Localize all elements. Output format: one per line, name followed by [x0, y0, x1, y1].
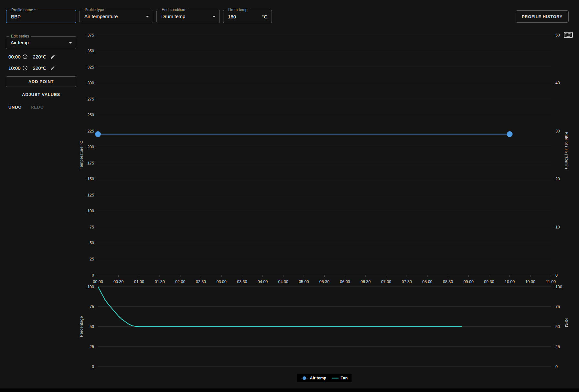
chevron-down-icon	[69, 42, 72, 44]
svg-text:75: 75	[90, 225, 94, 229]
svg-text:0: 0	[555, 273, 558, 278]
svg-text:225: 225	[87, 129, 94, 133]
clock-icon[interactable]	[22, 54, 28, 59]
svg-text:150: 150	[87, 177, 94, 181]
redo-button[interactable]: REDO	[31, 105, 44, 110]
keyboard-input-button[interactable]	[563, 31, 574, 39]
profile-chart[interactable]: 0255075100125150175200225250275300325350…	[0, 0, 579, 392]
sidebar: Edit series Air temp 00:00 220°C	[6, 36, 76, 110]
air-temp-point[interactable]	[95, 131, 101, 137]
legend-label: Air temp	[310, 376, 327, 380]
svg-text:25: 25	[90, 344, 94, 349]
svg-text:100: 100	[555, 285, 562, 289]
profile-type-label: Profile type	[83, 7, 106, 12]
svg-text:01:00: 01:00	[134, 280, 144, 284]
undo-redo-group: UNDO REDO	[6, 105, 76, 110]
edit-point-icon[interactable]	[50, 54, 55, 59]
keyboard-icon	[564, 31, 573, 38]
svg-text:0: 0	[92, 273, 94, 278]
svg-text:250: 250	[87, 113, 94, 117]
profile-name-label: Profile name *	[10, 8, 37, 12]
svg-text:04:30: 04:30	[278, 280, 288, 284]
edit-point-icon[interactable]	[50, 66, 55, 71]
svg-text:75: 75	[90, 304, 94, 309]
svg-text:04:00: 04:00	[258, 280, 268, 284]
legend-label: Fan	[340, 376, 348, 380]
svg-text:75: 75	[555, 304, 560, 309]
svg-text:06:30: 06:30	[360, 280, 370, 284]
drum-temp-field[interactable]: Drum temp °C	[223, 10, 272, 23]
edit-series-label: Edit series	[9, 34, 31, 38]
svg-text:08:30: 08:30	[443, 280, 453, 284]
svg-text:00:00: 00:00	[93, 280, 103, 284]
svg-text:125: 125	[87, 193, 94, 197]
svg-text:01:30: 01:30	[155, 280, 165, 284]
end-condition-select[interactable]: End condition Drum temp	[156, 10, 220, 23]
bottom-window-edge	[0, 388, 579, 392]
svg-text:11:00: 11:00	[546, 280, 556, 284]
svg-text:40: 40	[555, 81, 560, 85]
end-condition-label: End condition	[160, 7, 187, 12]
profile-type-value: Air temperature	[80, 10, 153, 23]
legend-item-fan[interactable]: Fan	[331, 376, 348, 380]
adjust-values-button[interactable]: ADJUST VALUES	[22, 90, 60, 99]
point-temp: 220°C	[33, 54, 47, 59]
svg-text:20: 20	[555, 177, 560, 181]
svg-text:10: 10	[555, 225, 560, 229]
chart-legend: Air temp Fan	[297, 374, 352, 382]
clock-icon[interactable]	[22, 65, 28, 71]
svg-text:03:30: 03:30	[237, 280, 247, 284]
svg-text:50: 50	[90, 324, 94, 329]
svg-text:RPM: RPM	[564, 318, 569, 327]
svg-text:09:00: 09:00	[464, 280, 474, 284]
svg-text:00:30: 00:30	[113, 280, 123, 284]
svg-text:300: 300	[87, 81, 94, 85]
profile-name-field[interactable]: Profile name *	[6, 10, 76, 23]
svg-text:07:00: 07:00	[381, 280, 391, 284]
svg-text:25: 25	[555, 344, 560, 349]
svg-text:Rate of rise (°C/min): Rate of rise (°C/min)	[564, 132, 569, 169]
svg-text:0: 0	[555, 365, 558, 369]
svg-text:02:30: 02:30	[196, 280, 206, 284]
add-point-button[interactable]: ADD POINT	[6, 76, 76, 87]
chevron-down-icon	[212, 16, 216, 17]
svg-text:10:30: 10:30	[525, 280, 535, 284]
point-time: 00:00	[8, 54, 21, 59]
svg-text:03:00: 03:00	[216, 280, 226, 284]
svg-text:350: 350	[87, 49, 94, 53]
svg-text:09:30: 09:30	[484, 280, 494, 284]
svg-text:07:30: 07:30	[402, 280, 412, 284]
point-time: 10:00	[8, 65, 21, 71]
svg-text:200: 200	[87, 145, 94, 149]
svg-text:100: 100	[87, 209, 94, 213]
top-bar: Profile name * Profile type Air temperat…	[0, 0, 579, 28]
fan-marker-icon	[331, 376, 338, 380]
svg-text:325: 325	[87, 65, 94, 69]
profile-type-select[interactable]: Profile type Air temperature	[80, 10, 153, 23]
air-temp-point[interactable]	[507, 131, 513, 137]
roast-profile-editor: 0255075100125150175200225250275300325350…	[0, 0, 579, 392]
undo-button[interactable]: UNDO	[8, 105, 22, 110]
chevron-down-icon	[146, 16, 149, 17]
svg-text:30: 30	[555, 129, 560, 133]
svg-text:50: 50	[555, 324, 560, 329]
svg-text:50: 50	[555, 33, 560, 37]
svg-text:06:00: 06:00	[340, 280, 350, 284]
svg-text:02:00: 02:00	[175, 280, 185, 284]
svg-text:50: 50	[90, 241, 94, 245]
point-list: 00:00 220°C 10:00	[6, 51, 76, 74]
point-row: 10:00 220°C	[6, 62, 76, 74]
edit-series-select[interactable]: Edit series Air temp	[6, 36, 76, 49]
legend-item-air-temp[interactable]: Air temp	[301, 376, 327, 380]
svg-text:275: 275	[87, 97, 94, 101]
air-temp-marker-icon	[301, 376, 308, 380]
svg-text:25: 25	[90, 257, 94, 261]
profile-history-button[interactable]: PROFILE HISTORY	[516, 10, 569, 23]
drum-temp-unit: °C	[262, 10, 267, 24]
svg-text:05:30: 05:30	[319, 280, 329, 284]
svg-text:375: 375	[87, 33, 94, 37]
svg-text:08:00: 08:00	[422, 280, 432, 284]
svg-text:Percentage: Percentage	[79, 316, 84, 337]
drum-temp-label: Drum temp	[227, 7, 249, 12]
svg-text:05:00: 05:00	[299, 280, 309, 284]
